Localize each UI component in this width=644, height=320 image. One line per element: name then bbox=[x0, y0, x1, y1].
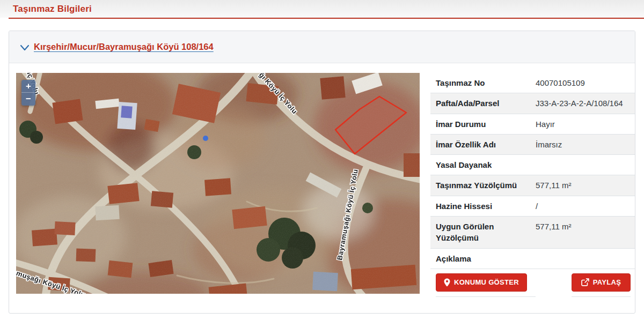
show-location-button[interactable]: KONUMU GÖSTER bbox=[436, 273, 527, 292]
row-label: İmar Durumu bbox=[430, 114, 536, 134]
page-title: Taşınmaz Bilgileri bbox=[13, 4, 92, 14]
accordion-toggle[interactable]: Kırşehir/Mucur/Bayramuşağı Köyü 108/164 bbox=[9, 31, 635, 63]
parcel-link[interactable]: Kırşehir/Mucur/Bayramuşağı Köyü 108/164 bbox=[34, 42, 214, 52]
map-zoom-control: + − bbox=[21, 80, 35, 106]
row-label: Taşınmaz Yüzölçümü bbox=[430, 175, 536, 195]
page-header: Taşınmaz Bilgileri bbox=[0, 0, 644, 18]
row-value bbox=[536, 155, 635, 175]
table-row: Açıklama bbox=[430, 249, 635, 269]
row-value: İmarsız bbox=[536, 135, 635, 154]
table-footer: KONUMU GÖSTER PAYLAŞ bbox=[430, 269, 635, 297]
table-row: Hazine Hissesi / bbox=[430, 196, 635, 217]
property-card: Kırşehir/Mucur/Bayramuşağı Köyü 108/164 bbox=[9, 31, 635, 314]
card-body: İç Yolu ğı Köyü İç Yolu Bayramuşağı Köyü… bbox=[9, 63, 635, 312]
satellite-map-image: İç Yolu ğı Köyü İç Yolu Bayramuşağı Köyü… bbox=[16, 73, 420, 294]
table-row: Pafta/Ada/Parsel J33-A-23-A-2-A/108/164 bbox=[430, 93, 635, 114]
row-value: J33-A-23-A-2-A/108/164 bbox=[536, 93, 635, 113]
chevron-down-icon bbox=[20, 44, 30, 51]
share-cell: PAYLAŞ bbox=[572, 269, 631, 297]
row-label: Açıklama bbox=[430, 249, 536, 269]
row-label: Uygun Görülen Yüzölçümü bbox=[430, 217, 536, 248]
row-label: Taşınmaz No bbox=[430, 73, 536, 93]
show-location-cell: KONUMU GÖSTER bbox=[436, 269, 536, 297]
zoom-in-button[interactable]: + bbox=[21, 80, 35, 93]
location-pin-icon bbox=[444, 278, 450, 287]
table-row: İmar Özellik Adı İmarsız bbox=[430, 135, 635, 155]
row-label: İmar Özellik Adı bbox=[430, 135, 536, 154]
row-value: 577,11 m² bbox=[536, 217, 635, 248]
table-row: Taşınmaz No 40070105109 bbox=[430, 73, 635, 93]
table-row: Taşınmaz Yüzölçümü 577,11 m² bbox=[430, 175, 635, 196]
show-location-label: KONUMU GÖSTER bbox=[454, 278, 519, 286]
header-divider bbox=[9, 18, 644, 19]
row-value: / bbox=[536, 196, 635, 216]
share-button[interactable]: PAYLAŞ bbox=[572, 273, 631, 292]
row-value: 577,11 m² bbox=[536, 175, 635, 195]
satellite-map[interactable]: İç Yolu ğı Köyü İç Yolu Bayramuşağı Köyü… bbox=[16, 73, 420, 294]
zoom-out-button[interactable]: − bbox=[21, 93, 35, 106]
table-row: İmar Durumu Hayır bbox=[430, 114, 635, 135]
row-label: Yasal Dayanak bbox=[430, 155, 536, 175]
table-row: Uygun Görülen Yüzölçümü 577,11 m² bbox=[430, 217, 635, 249]
table-row: Yasal Dayanak bbox=[430, 155, 635, 175]
row-value bbox=[536, 249, 635, 269]
row-label: Hazine Hissesi bbox=[430, 196, 536, 216]
share-icon bbox=[581, 278, 589, 286]
row-label: Pafta/Ada/Parsel bbox=[430, 93, 536, 113]
share-label: PAYLAŞ bbox=[593, 278, 621, 286]
row-value: Hayır bbox=[536, 114, 635, 134]
property-details-table: Taşınmaz No 40070105109 Pafta/Ada/Parsel… bbox=[430, 73, 635, 297]
row-value: 40070105109 bbox=[536, 73, 635, 93]
map-texture bbox=[16, 73, 420, 294]
